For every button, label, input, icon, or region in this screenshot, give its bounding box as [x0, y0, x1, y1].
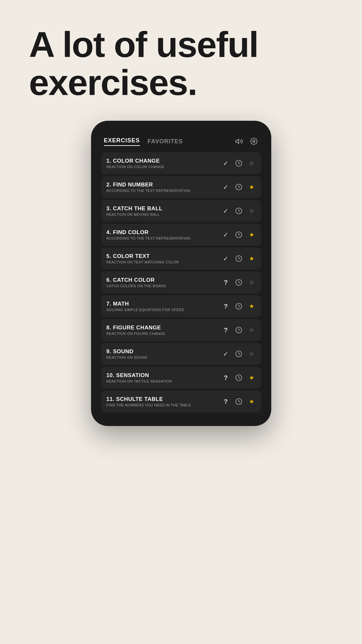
- exercise-info: 5. COLOR TEXT REACTION ON TEXT MATCHING …: [107, 253, 218, 264]
- star-filled-icon[interactable]: ★: [247, 302, 256, 310]
- star-filled-icon[interactable]: ★: [247, 231, 256, 239]
- status-question-icon: ?: [222, 302, 230, 310]
- headline-line2: exercises.: [29, 62, 197, 103]
- exercise-subtitle: REACTION ON TEXT MATCHING COLOR: [107, 260, 218, 264]
- history-icon[interactable]: [235, 159, 243, 167]
- exercise-info: 6. CATCH COLOR CATCH COLORS ON THE BOARD: [107, 277, 218, 288]
- star-filled-icon[interactable]: ★: [247, 254, 256, 263]
- exercise-item[interactable]: 6. CATCH COLOR CATCH COLORS ON THE BOARD…: [101, 271, 261, 293]
- exercise-actions: ? ★: [222, 302, 256, 310]
- exercise-info: 10. SENSATION REACTION ON TACTILE SENSAT…: [107, 372, 218, 383]
- headline-line1: A lot of useful: [29, 24, 258, 65]
- phone-inner: EXERCISES FAVORITES: [96, 130, 266, 416]
- exercise-title: 11. SCHULTE TABLE: [107, 396, 218, 402]
- exercise-item[interactable]: 1. COLOR CHANGE REACTION ON COLOR CHANGE…: [101, 152, 261, 174]
- exercise-item[interactable]: 5. COLOR TEXT REACTION ON TEXT MATCHING …: [101, 248, 261, 270]
- exercise-item[interactable]: 8. FIGURE CHANGE REACTION ON FIGURE CHAN…: [101, 319, 261, 341]
- exercise-item[interactable]: 3. CATCH THE BALL REACTION ON MOVING BAL…: [101, 200, 261, 222]
- exercise-subtitle: REACTION ON COLOR CHANGE: [107, 165, 218, 169]
- star-empty-icon[interactable]: ☆: [247, 278, 256, 287]
- tab-favorites[interactable]: FAVORITES: [148, 138, 183, 145]
- exercise-title: 3. CATCH THE BALL: [107, 205, 218, 212]
- exercise-subtitle: REACTION ON TACTILE SENSATION: [107, 379, 218, 383]
- exercise-info: 1. COLOR CHANGE REACTION ON COLOR CHANGE: [107, 158, 218, 169]
- history-icon[interactable]: [235, 374, 243, 382]
- exercise-item[interactable]: 10. SENSATION REACTION ON TACTILE SENSAT…: [101, 367, 261, 389]
- exercise-item[interactable]: 2. FIND NUMBER ACCORDING TO THE TEXT REP…: [101, 176, 261, 198]
- exercise-item[interactable]: 4. FIND COLOR ACCORDING TO THE TEXT REPR…: [101, 224, 261, 246]
- exercise-actions: ✓ ★: [222, 231, 256, 239]
- exercise-actions: ✓ ☆: [222, 207, 256, 215]
- exercise-info: 2. FIND NUMBER ACCORDING TO THE TEXT REP…: [107, 182, 218, 193]
- exercise-info: 9. SOUND REACTION ON SOUND: [107, 348, 218, 359]
- history-icon[interactable]: [235, 254, 243, 263]
- history-icon[interactable]: [235, 278, 243, 287]
- exercise-subtitle: ACCORDING TO THE TEXT REPRESENTATION: [107, 189, 218, 193]
- exercise-subtitle: FIND THE NUMBERS YOU NEED IN THE TABLE: [107, 403, 218, 407]
- status-check-icon: ✓: [222, 159, 230, 167]
- star-empty-icon[interactable]: ☆: [247, 159, 256, 167]
- exercise-item[interactable]: 9. SOUND REACTION ON SOUND ✓ ☆: [101, 343, 261, 365]
- exercise-actions: ✓ ★: [222, 183, 256, 191]
- sound-icon[interactable]: [235, 137, 244, 146]
- exercise-subtitle: SOLVING SIMPLE EQUATIONS FOR SPEED: [107, 308, 218, 312]
- status-check-icon: ✓: [222, 231, 230, 239]
- exercise-title: 10. SENSATION: [107, 372, 218, 379]
- exercise-actions: ? ★: [222, 397, 256, 406]
- exercise-title: 1. COLOR CHANGE: [107, 158, 218, 164]
- phone-mockup: EXERCISES FAVORITES: [91, 121, 271, 426]
- exercise-actions: ? ★: [222, 374, 256, 382]
- history-icon[interactable]: [235, 326, 243, 334]
- tab-exercises[interactable]: EXERCISES: [104, 137, 140, 146]
- app-header: EXERCISES FAVORITES: [96, 130, 266, 148]
- exercise-info: 4. FIND COLOR ACCORDING TO THE TEXT REPR…: [107, 229, 218, 240]
- star-empty-icon[interactable]: ☆: [247, 326, 256, 334]
- exercise-subtitle: REACTION ON SOUND: [107, 355, 218, 359]
- star-filled-icon[interactable]: ★: [247, 183, 256, 191]
- svg-point-1: [253, 140, 255, 142]
- history-icon[interactable]: [235, 183, 243, 191]
- exercise-title: 6. CATCH COLOR: [107, 277, 218, 283]
- headline-text: A lot of useful exercises.: [29, 26, 333, 101]
- star-empty-icon[interactable]: ☆: [247, 350, 256, 358]
- exercise-actions: ✓ ☆: [222, 350, 256, 358]
- exercise-subtitle: REACTION ON MOVING BALL: [107, 213, 218, 216]
- exercise-info: 7. MATH SOLVING SIMPLE EQUATIONS FOR SPE…: [107, 301, 218, 312]
- exercise-item[interactable]: 11. SCHULTE TABLE FIND THE NUMBERS YOU N…: [101, 391, 261, 412]
- exercise-info: 3. CATCH THE BALL REACTION ON MOVING BAL…: [107, 205, 218, 216]
- status-question-icon: ?: [222, 326, 230, 334]
- history-icon[interactable]: [235, 207, 243, 215]
- history-icon[interactable]: [235, 302, 243, 310]
- status-question-icon: ?: [222, 374, 230, 382]
- exercise-actions: ✓ ☆: [222, 159, 256, 167]
- history-icon[interactable]: [235, 397, 243, 406]
- exercise-subtitle: REACTION ON FIGURE CHANGE: [107, 332, 218, 336]
- settings-icon[interactable]: [249, 137, 258, 146]
- exercise-title: 4. FIND COLOR: [107, 229, 218, 236]
- star-filled-icon[interactable]: ★: [247, 397, 256, 406]
- star-filled-icon[interactable]: ★: [247, 374, 256, 382]
- exercise-title: 9. SOUND: [107, 348, 218, 355]
- status-check-icon: ✓: [222, 254, 230, 263]
- star-empty-icon[interactable]: ☆: [247, 207, 256, 215]
- status-question-icon: ?: [222, 397, 230, 406]
- exercise-subtitle: CATCH COLORS ON THE BOARD: [107, 284, 218, 288]
- svg-marker-0: [236, 139, 239, 144]
- exercise-actions: ? ☆: [222, 326, 256, 334]
- page-wrapper: A lot of useful exercises. EXERCISES FAV…: [0, 0, 362, 644]
- exercise-actions: ✓ ★: [222, 254, 256, 263]
- exercise-info: 11. SCHULTE TABLE FIND THE NUMBERS YOU N…: [107, 396, 218, 407]
- history-icon[interactable]: [235, 350, 243, 358]
- header-icons: [235, 137, 258, 146]
- status-question-icon: ?: [222, 278, 230, 287]
- exercise-title: 8. FIGURE CHANGE: [107, 325, 218, 331]
- exercise-list: 1. COLOR CHANGE REACTION ON COLOR CHANGE…: [96, 148, 266, 416]
- exercise-title: 7. MATH: [107, 301, 218, 307]
- status-check-icon: ✓: [222, 207, 230, 215]
- status-check-icon: ✓: [222, 183, 230, 191]
- exercise-item[interactable]: 7. MATH SOLVING SIMPLE EQUATIONS FOR SPE…: [101, 295, 261, 317]
- history-icon[interactable]: [235, 231, 243, 239]
- exercise-title: 5. COLOR TEXT: [107, 253, 218, 260]
- exercise-actions: ? ☆: [222, 278, 256, 287]
- exercise-info: 8. FIGURE CHANGE REACTION ON FIGURE CHAN…: [107, 325, 218, 336]
